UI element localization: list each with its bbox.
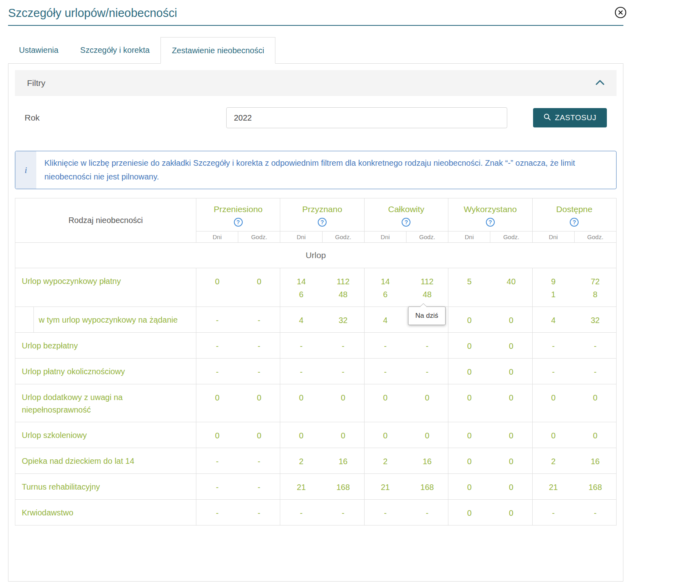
col-group-calkowity: Całkowity ? [364, 198, 448, 231]
value-link[interactable]: 168 [574, 474, 616, 500]
value-link[interactable]: 2 [280, 448, 322, 474]
value-link[interactable]: 168 [322, 474, 364, 500]
tab-ustawienia[interactable]: Ustawienia [8, 37, 69, 63]
value-link[interactable]: 0 [490, 500, 532, 525]
info-icon: i [15, 151, 36, 189]
value-link[interactable]: 91 [532, 268, 574, 307]
value-link[interactable]: 5 [448, 268, 490, 307]
sub-header-dni: Dni [196, 231, 238, 243]
value-link[interactable]: 0 [322, 422, 364, 448]
value-link[interactable]: 2 [532, 448, 574, 474]
value-link[interactable]: 21 [532, 474, 574, 500]
value-link[interactable]: 0 [574, 422, 616, 448]
tab-szczegoly-i-korekta[interactable]: Szczegóły i korekta [69, 37, 160, 63]
value-link[interactable]: 11248 [406, 268, 448, 307]
help-icon-calkowity[interactable]: ? [402, 218, 410, 227]
value-link[interactable]: 0 [280, 384, 322, 422]
value-link[interactable]: 0 [238, 384, 280, 422]
value-link[interactable]: 0 [280, 422, 322, 448]
value-link[interactable]: 0 [490, 422, 532, 448]
value-link[interactable]: 0 [196, 268, 238, 307]
value-cell: - [364, 500, 406, 525]
chevron-up-icon[interactable] [596, 79, 604, 87]
close-icon[interactable] [615, 6, 627, 19]
value-link[interactable]: 0 [448, 474, 490, 500]
value-link[interactable]: 11248 [322, 268, 364, 307]
table-row: Urlop bezpłatny------00-- [15, 333, 617, 359]
value-link[interactable]: 4 [280, 307, 322, 333]
sub-header-godz: Godz. [238, 231, 280, 243]
apply-button[interactable]: ZASTOSUJ [533, 108, 607, 127]
filters-panel-header[interactable]: Filtry [15, 70, 617, 96]
value-link[interactable]: 32 [322, 307, 364, 333]
value-cell: - [364, 333, 406, 359]
value-link[interactable]: 0 [448, 307, 490, 333]
value-cell: - [238, 307, 280, 333]
value-link[interactable]: 16 [574, 448, 616, 474]
help-icon-przeniesiono[interactable]: ? [234, 218, 243, 227]
value-link[interactable]: 0 [574, 384, 616, 422]
value-link[interactable]: 728 [574, 268, 616, 307]
value-link[interactable]: 0 [532, 384, 574, 422]
value-link[interactable]: 0 [196, 422, 238, 448]
value-link[interactable]: 0 [322, 384, 364, 422]
value-link[interactable]: 0 [406, 422, 448, 448]
search-icon [544, 113, 551, 123]
row-label: Krwiodawstwo [15, 500, 196, 525]
sub-header-dni: Dni [448, 231, 490, 243]
value-link[interactable]: 0 [448, 359, 490, 384]
value-link[interactable]: 4 [364, 307, 406, 333]
value-link[interactable]: 40 [490, 268, 532, 307]
sub-header-dni: Dni [280, 231, 322, 243]
tab-zestawienie-nieobecnosci[interactable]: Zestawienie nieobecności [160, 37, 275, 64]
value-link[interactable]: 21 [364, 474, 406, 500]
value-link[interactable]: 0 [490, 359, 532, 384]
value-link[interactable]: 0 [448, 384, 490, 422]
sub-header-dni: Dni [532, 231, 574, 243]
value-link[interactable]: 146 [364, 268, 406, 307]
sub-header-godz: Godz. [574, 231, 616, 243]
section-row: Urlop [15, 243, 617, 268]
value-cell: - [196, 333, 238, 359]
year-input[interactable] [226, 107, 507, 128]
value-link[interactable]: 0 [532, 422, 574, 448]
value-cell: - [196, 448, 238, 474]
table-row: Urlop wypoczynkowy płatny001461124814611… [15, 268, 617, 307]
value-link[interactable]: 168 [406, 474, 448, 500]
value-link[interactable]: 0 [490, 448, 532, 474]
value-link[interactable]: 0 [490, 384, 532, 422]
value-link[interactable]: 2 [364, 448, 406, 474]
value-link[interactable]: 0 [238, 268, 280, 307]
value-link[interactable]: 21 [280, 474, 322, 500]
value-link[interactable]: 0 [364, 384, 406, 422]
value-link[interactable]: 32 [574, 307, 616, 333]
value-link[interactable]: 0 [364, 422, 406, 448]
help-icon-dostepne[interactable]: ? [570, 218, 579, 227]
col-group-label: Przyznano [280, 204, 364, 214]
help-icon-przyznano[interactable]: ? [318, 218, 327, 227]
indent-line [33, 307, 34, 332]
value-link[interactable]: 4 [532, 307, 574, 333]
absence-summary-table: Rodzaj nieobecności Przeniesiono ? Przyz… [15, 198, 617, 525]
value-link[interactable]: 0 [448, 500, 490, 525]
value-link[interactable]: 0 [448, 448, 490, 474]
value-link[interactable]: 0 [490, 307, 532, 333]
sub-header-godz: Godz. [490, 231, 532, 243]
value-link[interactable]: 16 [322, 448, 364, 474]
value-link[interactable]: 0 [196, 384, 238, 422]
row-label: Turnus rehabilitacyjny [15, 474, 196, 500]
row-label: Opieka nad dzieckiem do lat 14 [15, 448, 196, 474]
row-label: Urlop płatny okolicznościowy [15, 359, 196, 384]
value-link[interactable]: 0 [448, 422, 490, 448]
value-link[interactable]: 16 [406, 448, 448, 474]
value-link[interactable]: 0 [490, 333, 532, 359]
value-link[interactable]: 146 [280, 268, 322, 307]
value-link[interactable]: 0 [238, 422, 280, 448]
help-icon-wykorzystano[interactable]: ? [486, 218, 495, 227]
value-cell: - [238, 359, 280, 384]
value-link[interactable]: 0 [448, 333, 490, 359]
info-alert-text: Kliknięcie w liczbę przeniesie do zakład… [36, 151, 616, 189]
value-link[interactable]: 0 [490, 474, 532, 500]
value-link[interactable]: 0 [406, 384, 448, 422]
value-cell: - [196, 474, 238, 500]
